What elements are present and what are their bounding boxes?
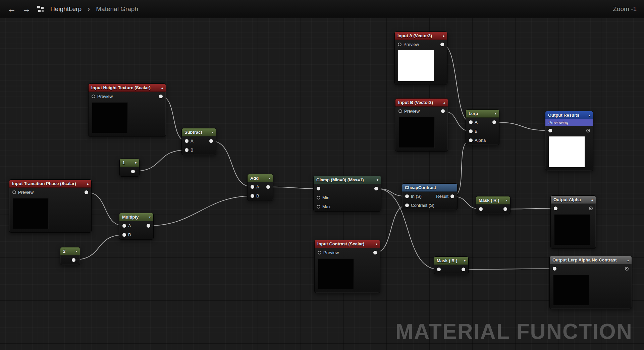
input-pin-a[interactable] bbox=[251, 185, 254, 189]
expand-chevron-icon[interactable]: ▾ bbox=[377, 178, 378, 182]
collapse-chevron-icon[interactable]: ▴ bbox=[443, 34, 444, 38]
node-header[interactable]: Input Contrast (Scalar)▴ bbox=[315, 240, 380, 248]
input-pin-in[interactable] bbox=[317, 187, 320, 190]
node-header[interactable]: Clamp (Min=0) (Max=1)▾ bbox=[314, 176, 381, 184]
input-pin-preview[interactable] bbox=[12, 190, 16, 194]
collapse-chevron-icon[interactable]: ▴ bbox=[87, 182, 89, 185]
node-input_b[interactable]: Input B (Vector3)▴Preview bbox=[395, 98, 448, 152]
input-pin-b[interactable] bbox=[251, 194, 254, 198]
node-add[interactable]: Add▾AB bbox=[247, 174, 273, 201]
input-pin-alpha[interactable] bbox=[469, 138, 473, 142]
wire[interactable] bbox=[464, 269, 555, 270]
node-header[interactable]: Input A (Vector3)▴ bbox=[395, 32, 447, 40]
wire[interactable] bbox=[211, 141, 253, 187]
collapse-chevron-icon[interactable]: ▴ bbox=[591, 198, 593, 201]
node-lerp[interactable]: Lerp▾ABAlpha bbox=[466, 109, 499, 145]
node-header[interactable]: Input Transition Phase (Scalar)▴ bbox=[9, 180, 91, 188]
expand-chevron-icon[interactable]: ▾ bbox=[495, 112, 496, 115]
input-pin-in[interactable] bbox=[479, 207, 483, 211]
node-header[interactable]: Subtract▾ bbox=[182, 128, 216, 136]
expand-chevron-icon[interactable]: ▾ bbox=[135, 161, 137, 165]
node-multiply[interactable]: Multiply▾AB bbox=[119, 213, 154, 240]
node-const_1[interactable]: 1▾ bbox=[119, 159, 140, 177]
output-pin-out[interactable] bbox=[159, 95, 163, 98]
input-pin-preview[interactable] bbox=[318, 251, 321, 254]
collapse-chevron-icon[interactable]: ▴ bbox=[161, 86, 163, 90]
output-pin-out[interactable] bbox=[373, 251, 377, 254]
expand-chevron-icon[interactable]: ▾ bbox=[269, 176, 270, 180]
graph-canvas[interactable]: MATERIAL FUNCTION Input Height Texture (… bbox=[0, 0, 644, 350]
input-pin-in_s[interactable] bbox=[405, 194, 409, 198]
input-pin-max[interactable] bbox=[317, 205, 320, 209]
expand-chevron-icon[interactable]: ▾ bbox=[75, 249, 77, 253]
expand-chevron-icon[interactable]: ▾ bbox=[212, 130, 213, 134]
output-pin-out[interactable] bbox=[492, 120, 496, 124]
node-subtract[interactable]: Subtract▾AB bbox=[181, 128, 216, 155]
expand-chevron-icon[interactable]: ▾ bbox=[149, 215, 151, 219]
wire[interactable] bbox=[494, 122, 550, 131]
output-pin-out[interactable] bbox=[462, 268, 465, 271]
output-pin-out[interactable] bbox=[503, 207, 507, 211]
output-pin-out[interactable] bbox=[441, 109, 445, 113]
node-mask_top[interactable]: Mask ( R )▾ bbox=[476, 196, 511, 214]
wire[interactable] bbox=[505, 209, 556, 209]
output-pin-out[interactable] bbox=[440, 43, 444, 46]
expand-chevron-icon[interactable]: ▾ bbox=[506, 198, 507, 202]
node-transition[interactable]: Input Transition Phase (Scalar)▴Preview bbox=[9, 179, 92, 233]
node-header[interactable]: Input B (Vector3)▴ bbox=[395, 99, 448, 107]
collapse-chevron-icon[interactable]: ▴ bbox=[589, 113, 590, 117]
input-pin-a[interactable] bbox=[122, 224, 126, 228]
wire[interactable] bbox=[133, 150, 187, 172]
output-pin-pv[interactable] bbox=[589, 207, 593, 210]
input-pin-a[interactable] bbox=[469, 120, 473, 124]
node-header[interactable]: 1▾ bbox=[120, 159, 139, 167]
node-header[interactable]: Lerp▾ bbox=[466, 110, 499, 118]
expand-chevron-icon[interactable]: ▾ bbox=[464, 259, 466, 262]
output-pin-out[interactable] bbox=[374, 187, 378, 190]
input-pin-b[interactable] bbox=[185, 148, 189, 152]
node-mask_bottom[interactable]: Mask ( R )▾ bbox=[434, 256, 469, 274]
node-header[interactable]: Output Lerp Alpha No Contrast▴ bbox=[550, 256, 632, 264]
node-header[interactable]: 2▾ bbox=[60, 247, 80, 255]
wire[interactable] bbox=[268, 187, 319, 189]
breadcrumb-root[interactable]: HeightLerp bbox=[50, 5, 82, 13]
node-header[interactable]: Input Height Texture (Scalar)▴ bbox=[89, 84, 166, 92]
collapse-chevron-icon[interactable]: ▴ bbox=[443, 101, 445, 104]
node-header[interactable]: Output Results▴ bbox=[545, 111, 593, 119]
input-pin-min[interactable] bbox=[317, 196, 320, 199]
input-pin-preview[interactable] bbox=[398, 109, 402, 113]
output-pin-pv[interactable] bbox=[586, 129, 590, 132]
output-pin-out[interactable] bbox=[72, 258, 75, 262]
node-header[interactable]: Add▾ bbox=[248, 174, 273, 182]
node-header[interactable]: Output Alpha▴ bbox=[551, 196, 596, 204]
input-pin-preview[interactable] bbox=[398, 43, 401, 46]
node-clamp[interactable]: Clamp (Min=0) (Max=1)▾MinMax bbox=[313, 176, 381, 212]
node-height_tex[interactable]: Input Height Texture (Scalar)▴Preview bbox=[88, 83, 166, 137]
output-pin-out[interactable] bbox=[209, 139, 213, 143]
input-pin-a[interactable] bbox=[185, 139, 189, 143]
output-pin-pv[interactable] bbox=[625, 267, 629, 271]
forward-button[interactable]: → bbox=[22, 5, 31, 13]
node-contrast_in[interactable]: Input Contrast (Scalar)▴Preview bbox=[314, 240, 380, 293]
node-header[interactable]: CheapContrast bbox=[402, 184, 457, 192]
back-button[interactable]: ← bbox=[7, 5, 16, 13]
wire[interactable] bbox=[74, 235, 124, 260]
output-pin-out[interactable] bbox=[85, 190, 88, 194]
output-pin-out[interactable] bbox=[147, 224, 150, 228]
wire[interactable] bbox=[87, 192, 124, 226]
input-pin-in[interactable] bbox=[437, 268, 441, 271]
input-pin-in[interactable] bbox=[548, 129, 552, 132]
wire[interactable] bbox=[149, 196, 253, 226]
input-pin-b[interactable] bbox=[122, 233, 126, 237]
collapse-chevron-icon[interactable]: ▴ bbox=[627, 258, 629, 262]
node-input_a[interactable]: Input A (Vector3)▴Preview bbox=[394, 32, 447, 85]
node-out_results[interactable]: Output Results▴Previewing bbox=[545, 111, 593, 171]
output-pin-result[interactable] bbox=[450, 194, 454, 198]
breadcrumb-current[interactable]: Material Graph bbox=[96, 5, 138, 13]
node-header[interactable]: Multiply▾ bbox=[119, 213, 153, 221]
input-pin-b[interactable] bbox=[469, 129, 473, 133]
node-cheap_contrast[interactable]: CheapContrastIn (S)ResultContrast (S) bbox=[402, 183, 458, 210]
node-out_alpha[interactable]: Output Alpha▴ bbox=[550, 195, 596, 249]
input-pin-preview[interactable] bbox=[92, 95, 95, 98]
input-pin-contrast[interactable] bbox=[405, 203, 409, 207]
